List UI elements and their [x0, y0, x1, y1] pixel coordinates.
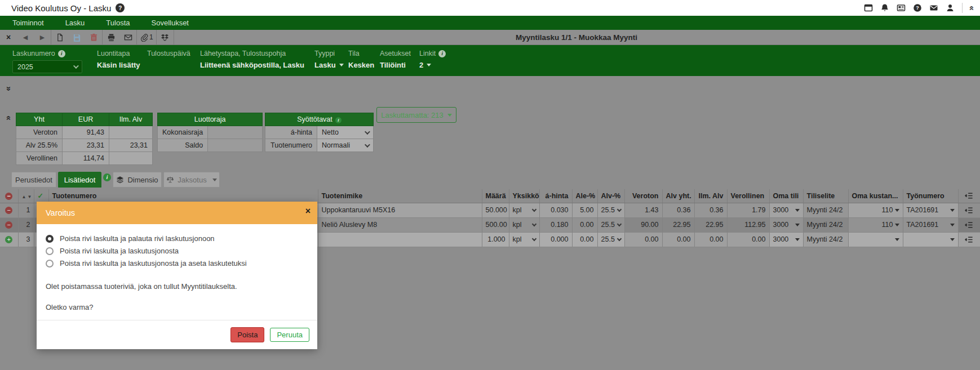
oma-tili-cell[interactable]: 3000 — [769, 232, 803, 247]
col-ahinta[interactable]: á-hinta — [539, 189, 572, 203]
oma-kustannus-cell[interactable]: 110 — [848, 203, 903, 217]
col-tyonumero[interactable]: Työnumero — [903, 189, 958, 203]
dropbox-button[interactable] — [157, 30, 174, 44]
help-badge-icon[interactable]: ? — [116, 3, 125, 12]
column-settings-icon[interactable] — [962, 191, 977, 200]
ahinta-cell[interactable]: 0.180 — [539, 217, 572, 232]
col-tiliselite[interactable]: Tiliselite — [803, 189, 848, 203]
prev-record-button[interactable]: ◀ — [17, 30, 34, 44]
delete-button[interactable] — [85, 30, 102, 44]
ahinta-cell[interactable]: 0.000 — [539, 232, 572, 247]
tuotenimike-cell[interactable]: Uppokantaruuvi M5X16 — [318, 203, 482, 217]
menu-toiminnot[interactable]: Toiminnot — [12, 19, 44, 27]
maara-cell[interactable]: 500.00 — [482, 217, 509, 232]
col-tuotenimike[interactable]: Tuotenimike — [318, 189, 482, 203]
col-maara[interactable]: Määrä — [482, 189, 509, 203]
maara-cell[interactable]: 50.000 — [482, 203, 509, 217]
alv-cell[interactable]: 25.5 — [597, 232, 624, 247]
col-alv[interactable]: Alv-% — [597, 189, 624, 203]
tyonumero-cell[interactable]: TA201691 — [903, 217, 958, 232]
yksikko-cell[interactable]: kpl — [509, 203, 539, 217]
option-poista-jonosta[interactable]: Poista rivi laskulta ja laskutusjonosta — [46, 247, 308, 255]
col-yksikko[interactable]: Yksikkö — [509, 189, 539, 203]
expand-section-icon[interactable]: » — [5, 86, 14, 91]
col-oma-kustannus[interactable]: Oma kustan... — [848, 189, 903, 203]
col-oma-tili[interactable]: Oma tili — [769, 189, 803, 203]
ale-cell[interactable]: 0.00 — [572, 232, 597, 247]
tab-lisatiedot[interactable]: Lisätiedot — [58, 172, 101, 188]
tyonumero-cell[interactable] — [903, 232, 958, 247]
alv-cell[interactable]: 25.5 — [597, 203, 624, 217]
poista-button[interactable]: Poista — [230, 327, 264, 342]
remove-row-icon[interactable]: − — [5, 207, 12, 214]
info-icon[interactable]: i — [58, 50, 65, 57]
info-icon[interactable]: i — [103, 173, 111, 181]
oma-kustannus-cell[interactable]: 110 — [848, 217, 903, 232]
tuotenumero-mode-select[interactable]: Normaali — [317, 139, 374, 152]
tab-jaksotus[interactable]: Jaksotus — [163, 172, 220, 188]
oma-tili-cell[interactable]: 3000 — [769, 203, 803, 217]
mail-icon[interactable] — [929, 3, 938, 12]
oma-kustannus-cell[interactable] — [848, 232, 903, 247]
row-menu-icon[interactable] — [962, 221, 977, 229]
col-ilm-alv[interactable]: Ilm. Alv — [694, 189, 727, 203]
user-icon[interactable] — [946, 3, 955, 12]
radio-icon[interactable] — [46, 260, 54, 268]
maara-cell[interactable]: 1.000 — [482, 232, 509, 247]
new-document-button[interactable] — [51, 30, 68, 44]
option-palauta-jonoon[interactable]: Poista rivi laskulta ja palauta rivi las… — [46, 234, 308, 243]
remove-row-icon[interactable]: − — [5, 221, 12, 229]
menu-tulosta[interactable]: Tulosta — [106, 19, 130, 27]
col-tuotenumero[interactable]: Tuotenumero — [48, 189, 318, 203]
tyyppi-value[interactable]: Lasku — [314, 61, 344, 69]
close-button[interactable]: × — [0, 30, 17, 44]
laskunumero-select[interactable]: 2025 — [12, 60, 82, 73]
close-icon[interactable]: × — [305, 206, 311, 216]
window-icon[interactable] — [864, 3, 873, 12]
collapse-section-icon[interactable]: « — [5, 115, 14, 120]
ale-cell[interactable]: 5.00 — [572, 203, 597, 217]
peruuta-button[interactable]: Peruuta — [270, 328, 309, 342]
oma-tili-cell[interactable]: 3000 — [769, 217, 803, 232]
info-icon[interactable]: i — [335, 117, 342, 123]
laskuttamatta-button[interactable]: Laskuttamatta: 213 — [376, 107, 456, 123]
yksikko-cell[interactable]: kpl — [509, 232, 539, 247]
linkit-value[interactable]: 2 — [419, 61, 446, 69]
help-circle-icon[interactable]: ? — [913, 3, 922, 12]
option-aseta-laskutetuksi[interactable]: Poista rivi laskulta ja laskutusjonosta … — [46, 259, 308, 268]
tyonumero-cell[interactable]: TA201691 — [903, 203, 958, 217]
alv-cell[interactable]: 25.5 — [597, 217, 624, 232]
tuotenimike-cell[interactable] — [318, 232, 482, 247]
row-menu-icon[interactable] — [962, 206, 977, 215]
col-alv-yht[interactable]: Alv yht. — [662, 189, 694, 203]
radio-selected-icon[interactable] — [46, 235, 54, 243]
tuotenimike-cell[interactable]: Neliö Aluslevy M8 — [318, 217, 482, 232]
notifications-bell-icon[interactable] — [880, 3, 889, 12]
yksikko-cell[interactable]: kpl — [509, 217, 539, 232]
print-button[interactable] — [103, 30, 119, 44]
attachments-button[interactable]: 1 — [137, 30, 156, 44]
menu-sovellukset[interactable]: Sovellukset — [152, 19, 189, 27]
save-button[interactable] — [68, 30, 85, 44]
ahinta-mode-select[interactable]: Netto — [317, 126, 374, 139]
tab-dimensio[interactable]: Dimensio — [113, 172, 162, 188]
add-row-icon[interactable]: + — [5, 236, 12, 243]
ahinta-cell[interactable]: 0.030 — [539, 203, 572, 217]
info-icon[interactable]: i — [438, 50, 446, 57]
menu-lasku[interactable]: Lasku — [65, 19, 85, 27]
news-icon[interactable] — [897, 3, 906, 12]
radio-icon[interactable] — [46, 247, 54, 255]
col-ale[interactable]: Ale-% — [572, 189, 597, 203]
tiliointi-link[interactable]: Tiliöinti — [380, 61, 411, 69]
ale-cell[interactable]: 0.00 — [572, 217, 597, 232]
sort-carets-icon[interactable]: ▲▼ — [22, 194, 33, 199]
remove-all-icon[interactable]: − — [5, 193, 12, 200]
next-record-button[interactable]: ▶ — [34, 30, 51, 44]
collapse-topbar-icon[interactable]: « — [968, 6, 976, 10]
email-button[interactable] — [119, 30, 136, 44]
tab-perustiedot[interactable]: Perustiedot — [11, 172, 56, 188]
col-verollinen[interactable]: Verollinen — [727, 189, 769, 203]
col-veroton[interactable]: Veroton — [624, 189, 662, 203]
row-menu-icon[interactable] — [962, 235, 977, 244]
select-all-check-icon[interactable]: ✓ — [38, 192, 43, 200]
